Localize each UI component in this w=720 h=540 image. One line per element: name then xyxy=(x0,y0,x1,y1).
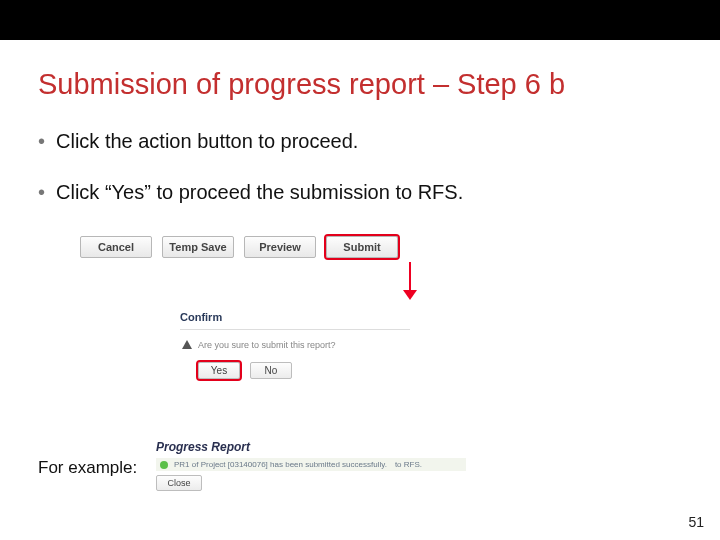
action-button-row: Cancel Temp Save Preview Submit xyxy=(80,236,460,258)
slide-title: Submission of progress report – Step 6 b xyxy=(38,68,565,101)
close-button[interactable]: Close xyxy=(156,475,202,491)
yes-button[interactable]: Yes xyxy=(198,362,240,379)
confirm-title: Confirm xyxy=(180,308,410,330)
arrow-head-icon xyxy=(403,290,417,300)
for-example-label: For example: xyxy=(38,458,137,478)
cancel-button[interactable]: Cancel xyxy=(80,236,152,258)
page-number: 51 xyxy=(688,514,704,530)
bullet-text: Click “Yes” to proceed the submission to… xyxy=(56,181,463,203)
success-bar: PR1 of Project [03140076] has been submi… xyxy=(156,458,466,471)
success-tail: to RFS. xyxy=(393,460,422,469)
bullet-item: •Click “Yes” to proceed the submission t… xyxy=(38,181,680,204)
preview-button[interactable]: Preview xyxy=(244,236,316,258)
bullet-text: Click the action button to proceed. xyxy=(56,130,358,152)
example-heading: Progress Report xyxy=(156,440,466,454)
bullet-list: •Click the action button to proceed. •Cl… xyxy=(38,130,680,232)
success-message: PR1 of Project [03140076] has been submi… xyxy=(174,460,387,469)
confirm-message: Are you sure to submit this report? xyxy=(198,340,336,350)
top-bar xyxy=(0,0,720,40)
success-icon xyxy=(160,461,168,469)
confirm-body: Are you sure to submit this report? xyxy=(180,330,410,358)
bullet-dot: • xyxy=(38,130,56,153)
example-close-row: Close xyxy=(156,475,466,491)
confirm-dialog: Confirm Are you sure to submit this repo… xyxy=(180,308,410,379)
warning-icon xyxy=(182,340,192,349)
temp-save-button[interactable]: Temp Save xyxy=(162,236,234,258)
screenshot-area: Cancel Temp Save Preview Submit Confirm … xyxy=(80,236,460,258)
arrow-icon xyxy=(409,262,411,292)
no-button[interactable]: No xyxy=(250,362,292,379)
bullet-item: •Click the action button to proceed. xyxy=(38,130,680,153)
submit-button[interactable]: Submit xyxy=(326,236,398,258)
example-panel: Progress Report PR1 of Project [03140076… xyxy=(156,440,466,491)
slide: Submission of progress report – Step 6 b… xyxy=(0,0,720,540)
confirm-button-row: Yes No xyxy=(180,358,410,379)
bullet-dot: • xyxy=(38,181,56,204)
